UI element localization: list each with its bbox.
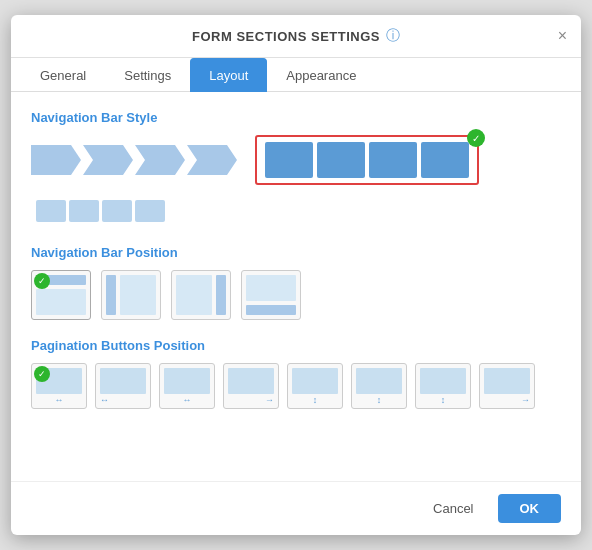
box-style-option-selected[interactable]: ✓ bbox=[255, 135, 479, 185]
nav-style-row2 bbox=[31, 195, 561, 227]
dialog-footer: Cancel OK bbox=[11, 481, 581, 535]
nav-left-bar bbox=[106, 275, 116, 315]
position-row: ✓ bbox=[31, 270, 561, 320]
selected-check-badge: ✓ bbox=[467, 129, 485, 147]
pag-arrows-right: → bbox=[265, 395, 274, 405]
pag-check-1: ✓ bbox=[34, 366, 50, 382]
close-button[interactable]: × bbox=[558, 28, 567, 44]
pos-option-right[interactable] bbox=[171, 270, 231, 320]
nav-bar-position-label: Navigation Bar Position bbox=[31, 245, 561, 260]
nav-bar-style-label: Navigation Bar Style bbox=[31, 110, 561, 125]
pagination-row: ✓ ↔ ↔ ↔ → ↕ bbox=[31, 363, 561, 409]
tabs-container: General Settings Layout Appearance bbox=[11, 58, 581, 92]
pag-option-5[interactable]: ↕ bbox=[287, 363, 343, 409]
content-area-3 bbox=[176, 275, 212, 315]
pag-option-2[interactable]: ↔ bbox=[95, 363, 151, 409]
pag-option-6[interactable]: ↕ bbox=[351, 363, 407, 409]
content-area-1 bbox=[36, 289, 86, 315]
pag-content-5 bbox=[292, 368, 338, 394]
box-item-1 bbox=[265, 142, 313, 178]
cancel-button[interactable]: Cancel bbox=[419, 495, 487, 522]
dialog-body: Navigation Bar Style ✓ bbox=[11, 92, 581, 481]
arrow-style-option[interactable] bbox=[31, 145, 239, 175]
pag-arrows-5: ↕ bbox=[313, 395, 318, 405]
box-item-2 bbox=[317, 142, 365, 178]
pag-arrows-7: ↕ bbox=[441, 395, 446, 405]
nav-style-row1: ✓ bbox=[31, 135, 561, 185]
box-item-3 bbox=[369, 142, 417, 178]
dialog-title: FORM SECTIONS SETTINGS bbox=[192, 29, 380, 44]
pag-content-4 bbox=[228, 368, 274, 394]
tab-appearance[interactable]: Appearance bbox=[267, 58, 375, 92]
pag-option-7[interactable]: ↕ bbox=[415, 363, 471, 409]
pag-arrows-6: ↕ bbox=[377, 395, 382, 405]
arrow-item-1 bbox=[31, 145, 81, 175]
nav-right-bar bbox=[216, 275, 226, 315]
pag-arrows-left: ↔ bbox=[100, 395, 109, 405]
pos-option-bottom[interactable] bbox=[241, 270, 301, 320]
ok-button[interactable]: OK bbox=[498, 494, 562, 523]
small-style-option-1[interactable] bbox=[31, 195, 170, 227]
content-area-4 bbox=[246, 275, 296, 301]
pag-content-3 bbox=[164, 368, 210, 394]
dialog-header: FORM SECTIONS SETTINGS ⓘ × bbox=[11, 15, 581, 58]
form-sections-settings-dialog: FORM SECTIONS SETTINGS ⓘ × General Setti… bbox=[11, 15, 581, 535]
pag-arrows-center: ↔ bbox=[55, 395, 64, 405]
pos-top-check: ✓ bbox=[34, 273, 50, 289]
pagination-buttons-label: Pagination Buttons Position bbox=[31, 338, 561, 353]
arrow-item-3 bbox=[135, 145, 185, 175]
pag-arrows-3: ↔ bbox=[183, 395, 192, 405]
pag-option-1[interactable]: ✓ ↔ bbox=[31, 363, 87, 409]
nav-bottom-bar bbox=[246, 305, 296, 315]
pag-arrows-8: → bbox=[521, 395, 530, 405]
pag-option-3[interactable]: ↔ bbox=[159, 363, 215, 409]
box-item-4 bbox=[421, 142, 469, 178]
tab-general[interactable]: General bbox=[21, 58, 105, 92]
tab-settings[interactable]: Settings bbox=[105, 58, 190, 92]
pos-option-left[interactable] bbox=[101, 270, 161, 320]
info-icon[interactable]: ⓘ bbox=[386, 27, 400, 45]
content-area-2 bbox=[120, 275, 156, 315]
pag-content-7 bbox=[420, 368, 466, 394]
arrow-item-4 bbox=[187, 145, 237, 175]
arrow-item-2 bbox=[83, 145, 133, 175]
pos-option-top[interactable]: ✓ bbox=[31, 270, 91, 320]
tab-layout[interactable]: Layout bbox=[190, 58, 267, 92]
pag-content-2 bbox=[100, 368, 146, 394]
pag-content-8 bbox=[484, 368, 530, 394]
pag-option-8[interactable]: → bbox=[479, 363, 535, 409]
pag-option-4[interactable]: → bbox=[223, 363, 279, 409]
pag-content-6 bbox=[356, 368, 402, 394]
